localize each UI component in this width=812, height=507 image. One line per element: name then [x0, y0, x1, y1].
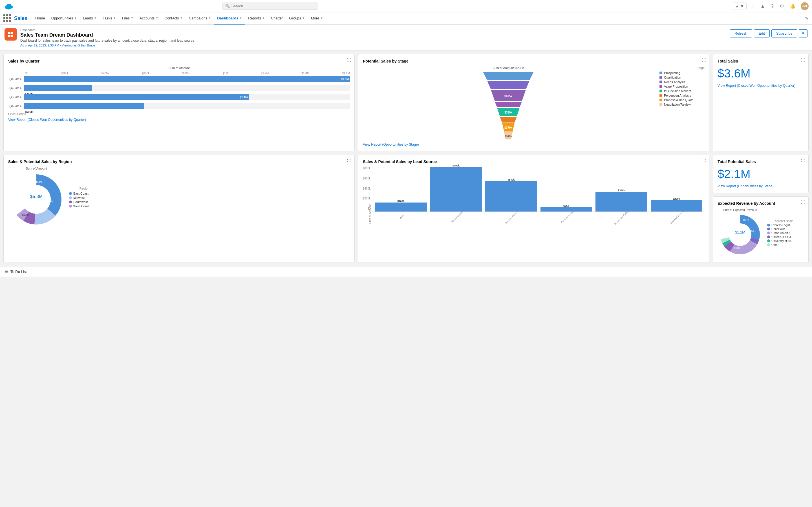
legend-label: Needs Analysis	[664, 80, 685, 83]
subscribe-button[interactable]: Subscribe	[771, 29, 797, 38]
list-icon: ☰	[4, 269, 8, 274]
bar-group-phone: $790k	[430, 164, 482, 212]
global-search[interactable]: 🔍 Search...	[222, 3, 318, 10]
donut-visualization-account: $1.1M $124k $693k $75k $134k	[718, 212, 763, 257]
bar-row-q3: Q3-2014 $1.1M	[8, 94, 350, 100]
salesforce-logo[interactable]	[3, 1, 13, 11]
svg-text:$395k: $395k	[505, 135, 512, 138]
chevron-down-icon: ▼	[156, 17, 158, 19]
notification-icon[interactable]: ▲	[759, 3, 766, 10]
svg-text:$695k: $695k	[36, 181, 43, 184]
chevron-down-icon: ▼	[239, 17, 242, 19]
settings-icon[interactable]: ⚙	[779, 2, 785, 10]
dashboard-actions: Refresh Edit Subscribe ▼	[730, 29, 808, 38]
bottom-bar[interactable]: ☰ To Do List	[0, 266, 812, 277]
nav-dashboards[interactable]: Dashboards ▼	[214, 12, 245, 24]
chevron-down-icon: ▼	[180, 17, 183, 19]
x-axis-labels: Web Phone Inquiry Partner Referral Purch…	[373, 212, 705, 219]
legend-perception-analysis: Perception Analysis	[659, 94, 705, 97]
edit-nav-icon[interactable]: ✎	[805, 16, 809, 21]
nav-opportunities[interactable]: Opportunities ▼	[49, 12, 80, 24]
nav-files-label: Files	[122, 16, 130, 20]
svg-text:$5.8M: $5.8M	[30, 194, 43, 199]
nav-tasks[interactable]: Tasks ▼	[100, 12, 118, 24]
legend-label: Prospecting	[664, 71, 680, 75]
legend-west-coast: West Coast	[69, 205, 89, 208]
legend-label: Id. Decision Makers	[664, 89, 691, 93]
expand-icon[interactable]: ⛶	[801, 200, 805, 205]
dashboard-description: Dashboard for sales team to track past s…	[20, 39, 730, 43]
bar-row-q1: Q1-2014 $1.6M	[8, 76, 350, 82]
svg-text:$693k: $693k	[734, 247, 741, 249]
donut-chart-region: Sum of Amount $5.8M $3.7M $930k $460k $6…	[8, 167, 350, 228]
actions-split-button[interactable]: ▼	[799, 29, 808, 38]
chevron-down-icon: ▼	[113, 17, 116, 19]
legend-value-proposition: Value Proposition	[659, 85, 705, 88]
potential-sales-by-stage-card: Potential Sales by Stage ⛶ Sum of Amount…	[358, 54, 709, 151]
user-avatar[interactable]: GB	[801, 2, 809, 10]
lead-source-chart-wrap: $800k $600k $400k $200k $0 $160k $790k	[363, 167, 705, 219]
nav-dashboards-label: Dashboards	[217, 16, 238, 20]
view-report-link[interactable]: View Report (Opportunities by Stage)	[363, 143, 705, 147]
expand-icon[interactable]: ⛶	[702, 158, 706, 163]
legend-negotiation-review: Negotiation/Review	[659, 103, 705, 106]
refresh-button[interactable]: Refresh	[730, 29, 752, 38]
app-launcher-icon[interactable]	[3, 14, 11, 22]
legend-label: Negotiation/Review	[664, 103, 691, 106]
expand-icon[interactable]: ⛶	[801, 158, 805, 163]
donut-legend-account: Account Name Express Logisti... GenePoin…	[767, 219, 794, 247]
expand-icon[interactable]: ⛶	[801, 58, 805, 62]
svg-marker-8	[495, 102, 522, 107]
nav-contacts[interactable]: Contacts ▼	[161, 12, 185, 24]
total-potential-title: Total Potential Sales	[718, 159, 804, 164]
expand-icon[interactable]: ⛶	[347, 158, 351, 163]
dashboard-icon	[4, 28, 17, 41]
sales-by-region-title: Sales & Potential Sales by Region	[8, 159, 350, 164]
nav-campaigns[interactable]: Campaigns ▼	[186, 12, 214, 24]
funnel-chart: Sum of Amount: $2.1M $675k $330k	[363, 66, 705, 140]
nav-reports[interactable]: Reports ▼	[245, 12, 267, 24]
expected-revenue-card: Expected Revenue by Account ⛶ Sum of Exp…	[713, 196, 809, 263]
total-potential-sales-card: Total Potential Sales ⛶ $2.1M View Repor…	[713, 155, 809, 193]
svg-text:$75k: $75k	[726, 232, 731, 235]
x-axis: $0 $200k $400k $600k $800k $1M $1.2M $1.…	[8, 72, 350, 75]
donut-chart-account: Sum of Expected Revenue $1.1M $124k $693…	[718, 209, 804, 258]
nav-chatter-label: Chatter	[271, 16, 283, 20]
donut-legend-region: Region East Coast Midwest Southwest West…	[69, 187, 89, 209]
nav-groups[interactable]: Groups ▼	[286, 12, 308, 24]
svg-point-3	[5, 7, 11, 9]
sales-by-quarter-title: Sales by Quarter	[8, 59, 350, 63]
legend-other: Other	[767, 243, 794, 246]
funnel-legend: Stage Prospecting Qualification Needs An…	[659, 66, 705, 107]
svg-text:$460k: $460k	[19, 195, 27, 198]
nav-home[interactable]: Home	[33, 12, 48, 24]
dashboard-header: Dashboard Sales Team Dream Dashboard Das…	[0, 25, 812, 51]
funnel-subtitle: Sum of Amount: $2.1M	[363, 66, 654, 69]
expand-icon[interactable]: ⛶	[347, 58, 351, 62]
bottom-bar-label: To Do List	[10, 270, 27, 274]
nav-files[interactable]: Files ▼	[119, 12, 136, 24]
bell-icon[interactable]: 🔔	[789, 2, 797, 10]
legend-express-logisti: Express Logisti...	[767, 224, 794, 227]
legend-university-ari: University of Ari...	[767, 239, 794, 242]
legend-genepoint: GenePoint	[767, 228, 794, 231]
svg-text:$370k: $370k	[504, 126, 512, 129]
help-icon[interactable]: ?	[770, 3, 775, 10]
view-report-link[interactable]: View Report (Opportunities by Stage)	[718, 184, 804, 188]
nav-leads[interactable]: Leads ▼	[80, 12, 99, 24]
setup-icon[interactable]: +	[751, 3, 755, 10]
view-report-link[interactable]: View Report (Closed Won Opportunities by…	[8, 118, 350, 122]
svg-text:$134k: $134k	[743, 219, 749, 221]
edit-button[interactable]: Edit	[754, 29, 770, 38]
svg-text:$124k: $124k	[748, 230, 755, 232]
nav-more[interactable]: More ▼	[308, 12, 326, 24]
svg-text:$1.1M: $1.1M	[735, 230, 745, 234]
breadcrumb: Dashboard	[20, 28, 730, 32]
nav-accounts[interactable]: Accounts ▼	[137, 12, 161, 24]
expand-icon[interactable]: ⛶	[702, 58, 706, 62]
favorites-button[interactable]: ★ ▼	[733, 3, 747, 10]
view-report-link[interactable]: View Report (Closed Won Opportunities by…	[718, 83, 804, 88]
nav-chatter[interactable]: Chatter	[268, 12, 286, 24]
legend-label: Proposal/Price Quote	[664, 98, 694, 102]
donut-visualization: $5.8M $3.7M $930k $460k $695k	[8, 171, 64, 228]
